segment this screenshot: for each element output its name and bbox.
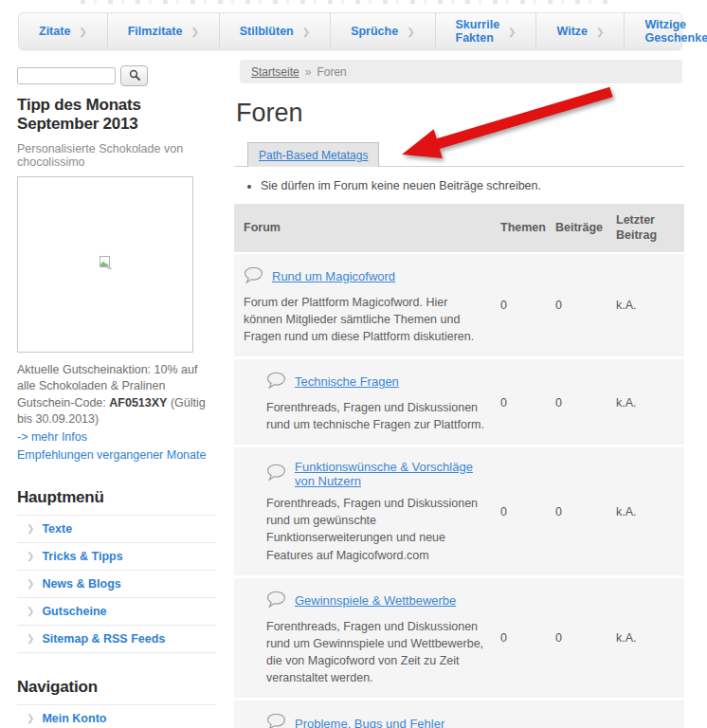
chevron-right-icon: ❯ (27, 606, 34, 616)
past-recommendations-link[interactable]: Empfehlungen vergangener Monate (17, 447, 216, 464)
nav-tab-label[interactable]: Sprüche (351, 25, 398, 38)
menu-item-label[interactable]: Sitemap & RSS Feeds (42, 632, 165, 646)
tab-label[interactable]: Path-Based Metatags (259, 149, 368, 162)
menu-item-label[interactable]: Mein Konto (42, 712, 106, 725)
chevron-right-icon: ❯ (79, 27, 86, 37)
forum-link[interactable]: Probleme, Bugs und Fehler (295, 717, 444, 728)
search-button[interactable] (120, 65, 148, 86)
menu-item[interactable]: ❯ News & Blogs (17, 571, 216, 598)
forum-link[interactable]: Gewinnspiele & Wettbewerbe (295, 593, 456, 608)
last-post: k.A. (616, 299, 684, 312)
breadcrumb-current: Foren (317, 65, 346, 79)
breadcrumb-home-link[interactable]: Startseite (251, 65, 299, 79)
forum-row: Probleme, Bugs und Fehler Forenthreads, … (234, 701, 684, 728)
chevron-right-icon: ❯ (508, 27, 516, 37)
breadcrumb-separator: » (305, 65, 312, 79)
nav-tab[interactable]: Witze ❯ (536, 13, 625, 49)
tab-bar: Path-Based Metatags (234, 141, 684, 167)
nav-tab-label[interactable]: Witze (556, 25, 588, 38)
nav-tab[interactable]: Witzige Geschenke ❯ (625, 13, 707, 49)
forum-description: Forenthreads, Fragen und Diskussionen ru… (266, 399, 487, 433)
speech-bubble-icon (266, 464, 286, 484)
nav-tab-label[interactable]: Stilblüten (240, 25, 294, 38)
menu-item-label[interactable]: News & Blogs (42, 577, 120, 591)
forum-table-header: Forum Themen Beiträge Letzter Beitrag (234, 204, 684, 254)
menu-item-label[interactable]: Tricks & Tipps (42, 550, 122, 563)
nav-tab[interactable]: Zitate ❯ (19, 13, 108, 49)
last-post: k.A. (616, 505, 684, 519)
column-header-letzter-beitrag: Letzter Beitrag (616, 212, 684, 244)
column-header-themen: Themen (500, 220, 555, 235)
menu-item-label[interactable]: Gutscheine (42, 605, 106, 618)
nav-tab[interactable]: Stilblüten ❯ (220, 13, 331, 49)
chevron-right-icon: ❯ (407, 27, 414, 37)
forum-table: Forum Themen Beiträge Letzter Beitrag (234, 204, 684, 728)
menu-item[interactable]: ❯ Mein Konto (17, 705, 216, 728)
chevron-right-icon: ❯ (596, 27, 604, 37)
forum-description: Forenthreads, Fragen und Diskussionen ru… (266, 495, 487, 564)
speech-bubble-icon (266, 591, 286, 611)
forum-cell: Probleme, Bugs und Fehler Forenthreads, … (234, 713, 500, 728)
search-icon (129, 69, 140, 83)
ad-image-placeholder[interactable] (17, 176, 193, 353)
forum-link[interactable]: Rund um Magicofword (272, 269, 395, 283)
forum-description: Forum der Plattform Magicofword. Hier kö… (244, 294, 487, 345)
forum-cell: Funktionswünsche & Vorschläge von Nutzer… (234, 460, 500, 564)
speech-bubble-icon (266, 713, 286, 728)
page: Zitate ❯ Filmzitate ❯ Stilblüten ❯ Sprüc… (0, 0, 707, 728)
search-area (17, 65, 148, 86)
menu-item[interactable]: ❯ Texte (17, 516, 216, 543)
forum-table-body: Rund um Magicofword Forum der Plattform … (234, 254, 684, 728)
chevron-right-icon: ❯ (27, 578, 34, 589)
chevron-right-icon: ❯ (27, 523, 34, 534)
last-post: k.A. (616, 396, 684, 410)
code-label: Gutschein-Code: (17, 396, 109, 410)
menu-item[interactable]: ❯ Tricks & Tipps (17, 543, 216, 571)
chevron-right-icon: ❯ (27, 713, 34, 723)
tab-path-based-metatags[interactable]: Path-Based Metatags (247, 142, 379, 167)
menu-item-label[interactable]: Texte (42, 522, 72, 536)
speech-bubble-icon (266, 372, 286, 392)
forum-row: Technische Fragen Forenthreads, Fragen u… (234, 359, 684, 447)
search-input[interactable] (17, 67, 116, 84)
posts-count: 0 (555, 631, 616, 645)
posts-count: 0 (555, 299, 616, 312)
posts-count: 0 (555, 396, 616, 410)
chevron-right-icon: ❯ (190, 27, 198, 37)
nav-tab-label[interactable]: Witzige Geschenke (644, 18, 707, 45)
more-info-link[interactable]: -> mehr Infos (17, 429, 216, 446)
topics-count: 0 (500, 396, 555, 410)
nav-tab[interactable]: Skurrile Fakten ❯ (436, 13, 537, 49)
forum-cell: Technische Fragen Forenthreads, Fragen u… (234, 372, 500, 433)
speech-bubble-icon (244, 266, 263, 287)
forum-cell: Rund um Magicofword Forum der Plattform … (234, 266, 500, 345)
clipped-top-text (81, 0, 611, 4)
tip-promo-text: Aktuelle Gutscheinaktion: 10% auf alle S… (17, 362, 216, 428)
nav-tab[interactable]: Sprüche ❯ (331, 13, 435, 49)
forum-link[interactable]: Funktionswünsche & Vorschläge von Nutzer… (295, 460, 487, 488)
sidebar: Tipp des Monats September 2013 Personali… (17, 96, 216, 728)
forum-notice-list: Sie dürfen im Forum keine neuen Beiträge… (247, 179, 684, 192)
chevron-right-icon: ❯ (27, 633, 34, 644)
menu-item[interactable]: ❯ Gutscheine (17, 598, 216, 626)
nav-tab[interactable]: Filmzitate ❯ (108, 13, 220, 49)
forum-row: Funktionswünsche & Vorschläge von Nutzer… (234, 447, 684, 578)
navigation-menu-heading: Navigation (17, 678, 216, 697)
topics-count: 0 (500, 505, 555, 519)
nav-tab-label[interactable]: Filmzitate (128, 25, 183, 38)
forum-row: Gewinnspiele & Wettbewerbe Forenthreads,… (234, 578, 684, 701)
main-menu-heading: Hauptmenü (17, 488, 216, 507)
topics-count: 0 (500, 299, 555, 312)
chevron-right-icon: ❯ (27, 551, 34, 561)
forum-link[interactable]: Technische Fragen (295, 374, 399, 389)
tip-subheading: Personalisierte Schokolade von chocoliss… (17, 142, 216, 169)
nav-tab-label[interactable]: Skurrile Fakten (456, 18, 500, 45)
coupon-code: AF0513XY (109, 396, 167, 410)
last-post: k.A. (616, 631, 684, 645)
nav-tab-label[interactable]: Zitate (39, 25, 70, 38)
top-navbar: Zitate ❯ Filmzitate ❯ Stilblüten ❯ Sprüc… (18, 12, 682, 50)
menu-item[interactable]: ❯ Sitemap & RSS Feeds (17, 626, 216, 653)
forum-cell: Gewinnspiele & Wettbewerbe Forenthreads,… (234, 591, 500, 687)
promo-line: Aktuelle Gutscheinaktion: 10% auf alle S… (17, 363, 197, 392)
forum-notice: Sie dürfen im Forum keine neuen Beiträge… (261, 179, 684, 192)
